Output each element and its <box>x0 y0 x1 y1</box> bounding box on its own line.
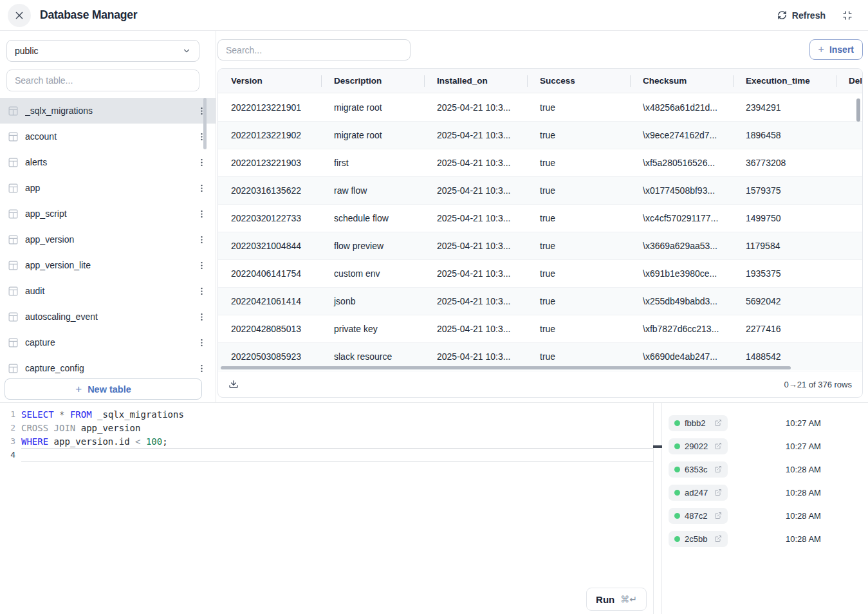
table-cell[interactable]: migrate root <box>321 93 424 121</box>
column-header[interactable]: Success <box>527 69 630 93</box>
table-cell[interactable]: 20220123221902 <box>218 122 321 149</box>
refresh-button[interactable]: Refresh <box>777 10 826 21</box>
table-cell[interactable]: first <box>321 149 424 176</box>
table-cell[interactable]: 2277416 <box>733 315 836 342</box>
column-header[interactable]: Installed_on <box>424 69 527 93</box>
table-cell[interactable]: \x691b1e3980ce... <box>630 260 733 287</box>
table-cell[interactable] <box>836 315 862 342</box>
table-cell[interactable]: \xf5a280516526... <box>630 149 733 176</box>
external-link-icon[interactable] <box>714 419 722 427</box>
run-result-pill[interactable]: 2c5bb <box>669 531 728 547</box>
table-list-item[interactable]: app <box>0 175 216 201</box>
table-item-menu-button[interactable] <box>194 337 209 349</box>
table-item-menu-button[interactable] <box>194 362 209 375</box>
table-item-menu-button[interactable] <box>194 311 209 323</box>
table-item-menu-button[interactable] <box>194 234 209 246</box>
table-cell[interactable]: 2025-04-21 10:3... <box>424 93 527 121</box>
table-cell[interactable]: \x255db49babd3... <box>630 288 733 315</box>
table-cell[interactable]: true <box>527 122 630 149</box>
table-vertical-scrollbar-thumb[interactable] <box>856 98 860 122</box>
table-cell[interactable] <box>836 288 862 315</box>
insert-button[interactable]: + Insert <box>809 39 863 60</box>
table-cell[interactable]: 20220123221901 <box>218 93 321 121</box>
external-link-icon[interactable] <box>714 442 722 450</box>
table-cell[interactable]: 20220321004844 <box>218 232 321 259</box>
table-cell[interactable]: flow preview <box>321 232 424 259</box>
table-cell[interactable]: custom env <box>321 260 424 287</box>
table-cell[interactable]: \x3669a629aa53... <box>630 232 733 259</box>
table-cell[interactable] <box>836 205 862 232</box>
run-result-pill[interactable]: fbbb2 <box>669 415 728 431</box>
editor-line[interactable]: 2 CROSS JOIN app_version <box>0 421 653 434</box>
table-item-menu-button[interactable] <box>194 285 209 297</box>
table-cell[interactable]: 20220123221903 <box>218 149 321 176</box>
table-cell[interactable]: true <box>527 315 630 342</box>
table-cell[interactable]: true <box>527 260 630 287</box>
column-header[interactable]: Checksum <box>630 69 733 93</box>
table-cell[interactable]: raw flow <box>321 177 424 204</box>
external-link-icon[interactable] <box>714 535 722 543</box>
close-button[interactable] <box>8 4 31 27</box>
table-cell[interactable] <box>836 260 862 287</box>
table-cell[interactable]: 1179584 <box>733 232 836 259</box>
table-list-item[interactable]: account <box>0 124 216 149</box>
table-cell[interactable]: true <box>527 177 630 204</box>
table-list-item[interactable]: capture <box>0 330 216 355</box>
table-cell[interactable] <box>836 177 862 204</box>
table-cell[interactable]: 1896458 <box>733 122 836 149</box>
table-cell[interactable] <box>836 232 862 259</box>
table-cell[interactable]: 36773208 <box>733 149 836 176</box>
table-item-menu-button[interactable] <box>194 182 209 194</box>
table-cell[interactable]: \xfb7827d6cc213... <box>630 315 733 342</box>
table-cell[interactable] <box>836 149 862 176</box>
table-cell[interactable]: \xc4cf570291177... <box>630 205 733 232</box>
row-search-input[interactable] <box>217 39 411 60</box>
table-cell[interactable]: 1499750 <box>733 205 836 232</box>
table-cell[interactable]: 20220316135622 <box>218 177 321 204</box>
column-header[interactable]: Execution_time <box>733 69 836 93</box>
table-cell[interactable]: 2025-04-21 10:3... <box>424 149 527 176</box>
table-cell[interactable]: jsonb <box>321 288 424 315</box>
table-cell[interactable] <box>836 343 862 370</box>
table-cell[interactable]: 20220428085013 <box>218 315 321 342</box>
schema-select[interactable]: public <box>6 40 199 62</box>
run-result-pill[interactable]: 29022 <box>669 438 728 454</box>
table-cell[interactable]: 2025-04-21 10:3... <box>424 315 527 342</box>
column-header[interactable]: Version <box>218 69 321 93</box>
table-cell[interactable] <box>836 122 862 149</box>
minimize-button[interactable] <box>842 10 853 21</box>
table-cell[interactable]: true <box>527 288 630 315</box>
table-list-item[interactable]: app_version <box>0 227 216 252</box>
table-item-menu-button[interactable] <box>194 156 209 169</box>
table-item-menu-button[interactable] <box>194 105 209 117</box>
table-cell[interactable]: 2394291 <box>733 93 836 121</box>
table-cell[interactable]: true <box>527 232 630 259</box>
table-cell[interactable]: migrate root <box>321 122 424 149</box>
external-link-icon[interactable] <box>714 465 722 473</box>
run-result-pill[interactable]: 6353c <box>669 461 728 478</box>
table-item-menu-button[interactable] <box>194 131 209 143</box>
table-cell[interactable]: 20220320122733 <box>218 205 321 232</box>
table-cell[interactable]: true <box>527 205 630 232</box>
table-search-input[interactable] <box>6 70 199 91</box>
table-list-item[interactable]: alerts <box>0 149 216 175</box>
table-item-menu-button[interactable] <box>194 208 209 220</box>
resize-drag-handle[interactable] <box>653 445 662 448</box>
table-cell[interactable]: private key <box>321 315 424 342</box>
editor-line[interactable]: 4 <box>0 448 653 461</box>
table-horizontal-scrollbar-thumb[interactable] <box>221 366 791 369</box>
table-cell[interactable]: \x9ece274162d7... <box>630 122 733 149</box>
column-header[interactable]: Description <box>321 69 424 93</box>
run-button[interactable]: Run ⌘↵ <box>586 588 647 611</box>
table-cell[interactable]: 2025-04-21 10:3... <box>424 260 527 287</box>
table-list-item[interactable]: app_version_lite <box>0 252 216 278</box>
external-link-icon[interactable] <box>714 488 722 496</box>
sql-editor[interactable]: 1 SELECT * FROM _sqlx_migrations 2 CROSS… <box>0 403 654 614</box>
table-list-item[interactable]: autoscaling_event <box>0 304 216 330</box>
table-cell[interactable]: 20220421061414 <box>218 288 321 315</box>
table-cell[interactable]: 1935375 <box>733 260 836 287</box>
editor-line[interactable]: 3 WHERE app_version.id < 100; <box>0 434 653 448</box>
new-table-button[interactable]: + New table <box>5 378 202 400</box>
download-button[interactable] <box>228 379 239 389</box>
run-result-pill[interactable]: 487c2 <box>669 508 728 524</box>
